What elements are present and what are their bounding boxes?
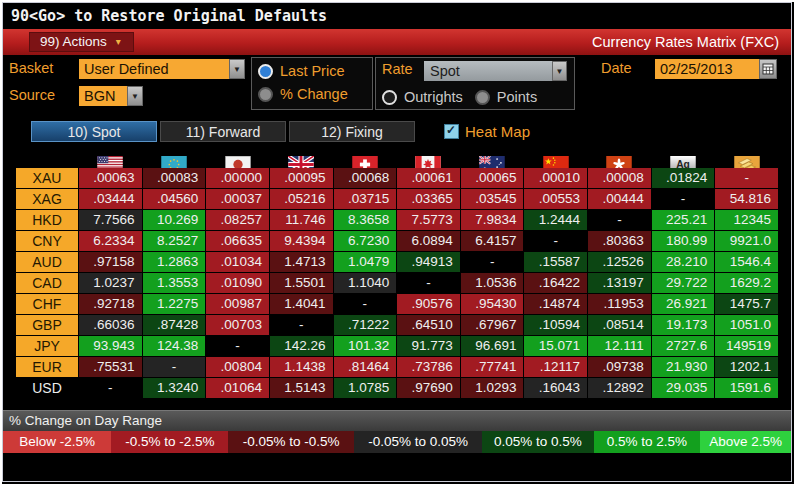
- matrix-cell-chf-aud[interactable]: .95430: [461, 294, 524, 314]
- row-label-eur[interactable]: EUR: [16, 357, 78, 377]
- row-label-cad[interactable]: CAD: [16, 273, 78, 293]
- matrix-cell-cny-chf[interactable]: 6.7230: [334, 231, 397, 251]
- matrix-cell-eur-cad[interactable]: .73786: [397, 357, 460, 377]
- matrix-cell-eur-eur[interactable]: -: [143, 357, 206, 377]
- matrix-cell-cad-xag[interactable]: 29.722: [652, 273, 715, 293]
- matrix-cell-chf-xau[interactable]: 1475.7: [715, 294, 778, 314]
- tab-11-forward[interactable]: 11) Forward: [160, 121, 286, 142]
- matrix-cell-aud-chf[interactable]: 1.0479: [334, 252, 397, 272]
- matrix-cell-hkd-cad[interactable]: 7.5773: [397, 210, 460, 230]
- row-label-usd[interactable]: USD: [16, 378, 78, 398]
- row-label-aud[interactable]: AUD: [16, 252, 78, 272]
- row-label-jpy[interactable]: JPY: [16, 336, 78, 356]
- matrix-cell-eur-xag[interactable]: 21.930: [652, 357, 715, 377]
- matrix-cell-xag-xau[interactable]: 54.816: [715, 189, 778, 209]
- last-price-option[interactable]: Last Price: [252, 58, 372, 81]
- matrix-cell-chf-gbp[interactable]: 1.4041: [270, 294, 333, 314]
- outrights-option[interactable]: Outrights: [376, 84, 469, 107]
- matrix-cell-hkd-cny[interactable]: 1.2444: [524, 210, 587, 230]
- matrix-cell-cny-jpy[interactable]: .06635: [206, 231, 269, 251]
- rate-dropdown-arrow-icon[interactable]: ▼: [552, 61, 567, 81]
- radio-selected-icon[interactable]: [382, 90, 397, 105]
- date-input[interactable]: 02/25/2013: [655, 59, 762, 79]
- matrix-cell-cad-chf[interactable]: 1.1040: [334, 273, 397, 293]
- radio-unselected-icon[interactable]: [258, 87, 273, 102]
- radio-unselected-icon[interactable]: [475, 90, 490, 105]
- matrix-cell-gbp-cny[interactable]: .10594: [524, 315, 587, 335]
- matrix-cell-eur-chf[interactable]: .81464: [334, 357, 397, 377]
- matrix-cell-hkd-xag[interactable]: 225.21: [652, 210, 715, 230]
- matrix-cell-usd-jpy[interactable]: .01064: [206, 378, 269, 398]
- row-label-chf[interactable]: CHF: [16, 294, 78, 314]
- actions-menu-button[interactable]: 99) Actions ▾: [29, 32, 134, 52]
- matrix-cell-usd-xau[interactable]: 1591.6: [715, 378, 778, 398]
- matrix-cell-cad-gbp[interactable]: 1.5501: [270, 273, 333, 293]
- matrix-cell-hkd-gbp[interactable]: 11.746: [270, 210, 333, 230]
- matrix-cell-xau-aud[interactable]: .00065: [461, 168, 524, 188]
- checkbox-checked-icon[interactable]: [444, 124, 459, 139]
- matrix-cell-eur-aud[interactable]: .77741: [461, 357, 524, 377]
- matrix-cell-aud-gbp[interactable]: 1.4713: [270, 252, 333, 272]
- matrix-cell-usd-xag[interactable]: 29.035: [652, 378, 715, 398]
- matrix-cell-gbp-cad[interactable]: .64510: [397, 315, 460, 335]
- matrix-cell-xau-jpy[interactable]: .00000: [206, 168, 269, 188]
- matrix-cell-xau-xag[interactable]: .01824: [652, 168, 715, 188]
- matrix-cell-cad-cad[interactable]: -: [397, 273, 460, 293]
- matrix-cell-chf-usd[interactable]: .92718: [79, 294, 142, 314]
- tab-12-fixing[interactable]: 12) Fixing: [289, 121, 415, 142]
- matrix-cell-cad-usd[interactable]: 1.0237: [79, 273, 142, 293]
- matrix-cell-gbp-jpy[interactable]: .00703: [206, 315, 269, 335]
- matrix-cell-hkd-usd[interactable]: 7.7566: [79, 210, 142, 230]
- matrix-cell-aud-cny[interactable]: .15587: [524, 252, 587, 272]
- matrix-cell-gbp-xau[interactable]: 1051.0: [715, 315, 778, 335]
- matrix-cell-cny-eur[interactable]: 8.2527: [143, 231, 206, 251]
- matrix-cell-xag-cad[interactable]: .03365: [397, 189, 460, 209]
- matrix-cell-cad-jpy[interactable]: .01090: [206, 273, 269, 293]
- matrix-cell-hkd-xau[interactable]: 12345: [715, 210, 778, 230]
- matrix-cell-hkd-eur[interactable]: 10.269: [143, 210, 206, 230]
- points-option[interactable]: Points: [469, 84, 543, 107]
- matrix-cell-cny-cad[interactable]: 6.0894: [397, 231, 460, 251]
- matrix-cell-xau-usd[interactable]: .00063: [79, 168, 142, 188]
- matrix-cell-xau-hkd[interactable]: .00008: [588, 168, 651, 188]
- matrix-cell-cad-hkd[interactable]: .13197: [588, 273, 651, 293]
- matrix-cell-usd-cny[interactable]: .16043: [524, 378, 587, 398]
- matrix-cell-aud-xag[interactable]: 28.210: [652, 252, 715, 272]
- matrix-cell-aud-xau[interactable]: 1546.4: [715, 252, 778, 272]
- matrix-cell-aud-cad[interactable]: .94913: [397, 252, 460, 272]
- matrix-cell-xag-chf[interactable]: .03715: [334, 189, 397, 209]
- source-dropdown-arrow-icon[interactable]: ▼: [127, 86, 143, 106]
- matrix-cell-cad-cny[interactable]: .16422: [524, 273, 587, 293]
- basket-select[interactable]: User Defined: [79, 59, 234, 79]
- matrix-cell-jpy-chf[interactable]: 101.32: [334, 336, 397, 356]
- matrix-cell-hkd-hkd[interactable]: -: [588, 210, 651, 230]
- matrix-cell-jpy-usd[interactable]: 93.943: [79, 336, 142, 356]
- tab-10-spot[interactable]: 10) Spot: [31, 121, 157, 142]
- matrix-cell-cny-xau[interactable]: 9921.0: [715, 231, 778, 251]
- matrix-cell-gbp-eur[interactable]: .87428: [143, 315, 206, 335]
- matrix-cell-chf-cad[interactable]: .90576: [397, 294, 460, 314]
- matrix-cell-hkd-jpy[interactable]: .08257: [206, 210, 269, 230]
- matrix-cell-xag-gbp[interactable]: .05216: [270, 189, 333, 209]
- row-label-hkd[interactable]: HKD: [16, 210, 78, 230]
- matrix-cell-cny-usd[interactable]: 6.2334: [79, 231, 142, 251]
- matrix-cell-jpy-eur[interactable]: 124.38: [143, 336, 206, 356]
- matrix-cell-usd-usd[interactable]: -: [79, 378, 142, 398]
- radio-selected-icon[interactable]: [258, 64, 273, 79]
- matrix-cell-gbp-xag[interactable]: 19.173: [652, 315, 715, 335]
- matrix-cell-usd-gbp[interactable]: 1.5143: [270, 378, 333, 398]
- matrix-cell-chf-xag[interactable]: 26.921: [652, 294, 715, 314]
- rate-select[interactable]: Spot: [424, 61, 558, 81]
- matrix-cell-eur-jpy[interactable]: .00804: [206, 357, 269, 377]
- source-select[interactable]: BGN: [79, 86, 132, 106]
- matrix-cell-gbp-aud[interactable]: .67967: [461, 315, 524, 335]
- matrix-cell-aud-jpy[interactable]: .01034: [206, 252, 269, 272]
- matrix-cell-jpy-xag[interactable]: 2727.6: [652, 336, 715, 356]
- matrix-cell-xau-cad[interactable]: .00061: [397, 168, 460, 188]
- matrix-cell-xag-jpy[interactable]: .00037: [206, 189, 269, 209]
- matrix-cell-cny-aud[interactable]: 6.4157: [461, 231, 524, 251]
- matrix-cell-cny-xag[interactable]: 180.99: [652, 231, 715, 251]
- matrix-cell-xau-eur[interactable]: .00083: [143, 168, 206, 188]
- matrix-cell-usd-aud[interactable]: 1.0293: [461, 378, 524, 398]
- matrix-cell-usd-hkd[interactable]: .12892: [588, 378, 651, 398]
